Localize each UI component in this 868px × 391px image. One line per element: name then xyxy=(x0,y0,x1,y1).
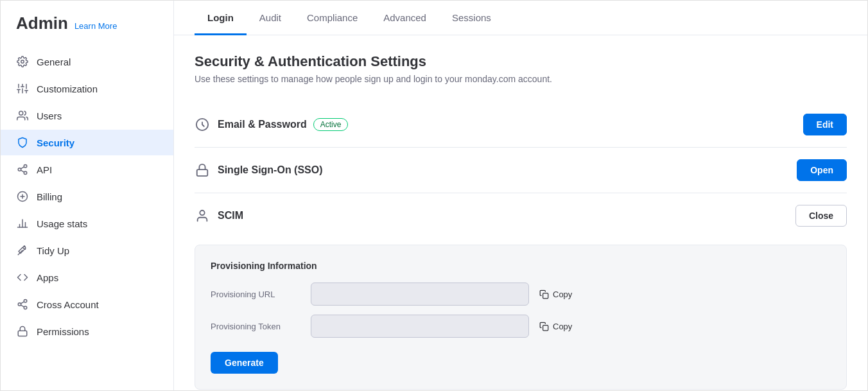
svg-line-27 xyxy=(21,302,24,304)
svg-rect-31 xyxy=(543,293,548,298)
shield-icon xyxy=(16,136,29,149)
close-button[interactable]: Close xyxy=(795,205,847,227)
admin-title: Admin xyxy=(16,13,68,33)
sidebar-item-permissions[interactable]: Permissions xyxy=(1,318,173,344)
token-row: Provisioning Token Copy xyxy=(211,315,831,338)
sidebar-item-label-security: Security xyxy=(37,137,74,148)
tab-audit[interactable]: Audit xyxy=(247,1,294,35)
email-password-section: Email & Password Active Edit xyxy=(195,102,847,148)
copy-icon xyxy=(539,290,549,299)
tab-advanced[interactable]: Advanced xyxy=(370,1,439,35)
edit-button[interactable]: Edit xyxy=(803,114,847,135)
tab-login[interactable]: Login xyxy=(195,1,247,35)
email-password-icon xyxy=(195,117,210,132)
learn-more-link[interactable]: Learn More xyxy=(74,21,117,31)
sidebar-item-general[interactable]: General xyxy=(1,49,173,74)
users-icon xyxy=(16,109,29,122)
sidebar-item-label-api: API xyxy=(37,164,52,175)
sidebar-item-cross-account[interactable]: Cross Account xyxy=(1,291,173,317)
sso-title: Single Sign-On (SSO) xyxy=(218,164,789,176)
sidebar-header: Admin Learn More xyxy=(1,13,173,49)
sso-icon xyxy=(195,162,210,178)
panel-title: Provisioning Information xyxy=(211,261,831,271)
sliders-icon xyxy=(16,82,29,95)
email-password-title: Email & Password Active xyxy=(218,118,795,131)
svg-point-30 xyxy=(200,211,204,215)
broom-icon xyxy=(16,244,29,257)
token-copy-button[interactable]: Copy xyxy=(539,322,572,331)
generate-button[interactable]: Generate xyxy=(211,352,278,374)
page-subtitle: Use these settings to manage how people … xyxy=(195,74,847,84)
sidebar-item-customization[interactable]: Customization xyxy=(1,76,173,101)
content-area: Security & Authentication Settings Use t… xyxy=(174,35,867,390)
copy-icon-2 xyxy=(539,322,549,331)
chart-icon xyxy=(16,217,29,230)
sidebar-item-label-general: General xyxy=(37,56,71,67)
svg-line-14 xyxy=(21,170,24,172)
sidebar-item-apps[interactable]: Apps xyxy=(1,265,173,290)
tabs-bar: Login Audit Compliance Advanced Sessions xyxy=(174,1,867,35)
sidebar-item-usage-stats[interactable]: Usage stats xyxy=(1,211,173,236)
share-icon xyxy=(16,298,29,311)
sidebar-item-label-customization: Customization xyxy=(37,83,98,94)
lock-icon xyxy=(16,325,29,338)
sidebar-item-billing[interactable]: Billing xyxy=(1,184,173,209)
open-button[interactable]: Open xyxy=(797,159,847,181)
token-label: Provisioning Token xyxy=(211,322,300,331)
main-content: Login Audit Compliance Advanced Sessions… xyxy=(174,1,867,390)
url-row: Provisioning URL Copy xyxy=(211,282,831,306)
sidebar-item-label-usage-stats: Usage stats xyxy=(37,218,87,229)
sidebar-nav: General Customization Users xyxy=(1,49,173,344)
url-copy-button[interactable]: Copy xyxy=(539,290,572,299)
sidebar-item-label-apps: Apps xyxy=(37,272,58,283)
sidebar-item-label-users: Users xyxy=(37,110,62,121)
svg-point-10 xyxy=(19,111,23,115)
sidebar-item-label-billing: Billing xyxy=(37,191,62,202)
url-label: Provisioning URL xyxy=(211,290,300,299)
token-input[interactable] xyxy=(311,315,529,338)
tab-compliance[interactable]: Compliance xyxy=(294,1,370,35)
scim-panel: Provisioning Information Provisioning UR… xyxy=(195,245,847,390)
sidebar-item-api[interactable]: API xyxy=(1,157,173,182)
sidebar: Admin Learn More General xyxy=(1,1,174,390)
sidebar-item-label-tidy-up: Tidy Up xyxy=(37,245,69,256)
scim-icon xyxy=(195,208,210,223)
url-input[interactable] xyxy=(311,282,529,306)
sidebar-item-users[interactable]: Users xyxy=(1,103,173,128)
sidebar-item-label-permissions: Permissions xyxy=(37,326,89,337)
gear-icon xyxy=(16,55,29,68)
sidebar-item-tidy-up[interactable]: Tidy Up xyxy=(1,238,173,263)
sidebar-item-label-cross-account: Cross Account xyxy=(37,299,99,310)
tab-sessions[interactable]: Sessions xyxy=(439,1,504,35)
api-icon xyxy=(16,163,29,176)
page-title: Security & Authentication Settings xyxy=(195,53,847,70)
sso-section: Single Sign-On (SSO) Open xyxy=(195,148,847,193)
scim-title: SCIM xyxy=(218,210,788,222)
active-badge: Active xyxy=(313,118,349,131)
svg-rect-32 xyxy=(543,325,548,330)
svg-line-15 xyxy=(21,167,24,169)
sidebar-item-security[interactable]: Security xyxy=(1,130,173,155)
svg-rect-29 xyxy=(197,169,208,176)
scim-section: SCIM Close xyxy=(195,193,847,238)
svg-point-0 xyxy=(21,60,24,64)
code-icon xyxy=(16,271,29,284)
svg-rect-28 xyxy=(18,331,27,336)
dollar-icon xyxy=(16,190,29,203)
svg-line-26 xyxy=(21,305,24,307)
